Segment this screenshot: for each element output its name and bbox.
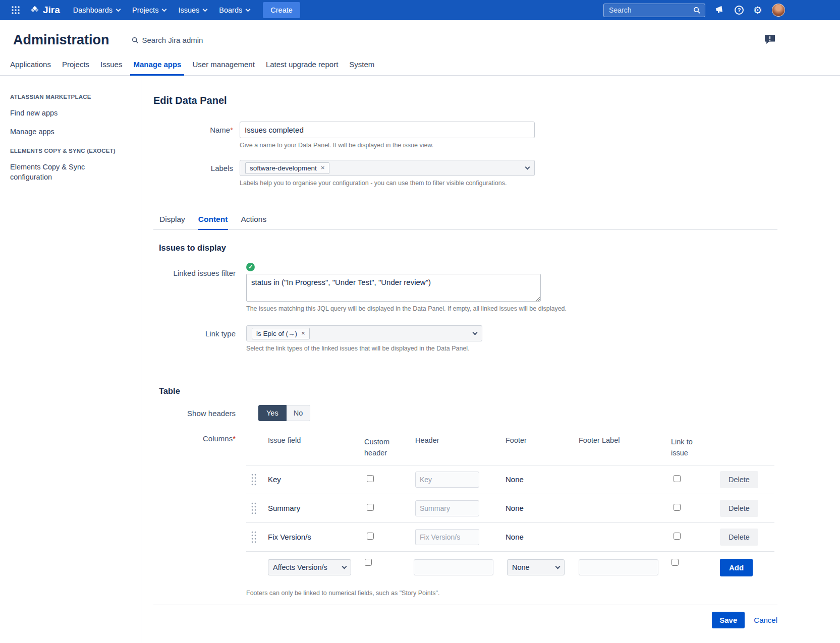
labels-helper-text: Labels help you to organise your configu… (240, 180, 535, 187)
tab-issues[interactable]: Issues (95, 60, 128, 75)
labels-row: Labels software-development × Labels hel… (153, 160, 777, 198)
tab-actions[interactable]: Actions (240, 215, 267, 229)
gear-icon[interactable]: ⚙ (753, 5, 762, 15)
tab-applications[interactable]: Applications (5, 60, 57, 75)
nav-projects[interactable]: Projects (126, 0, 172, 20)
nav-dashboards[interactable]: Dashboards (67, 0, 126, 20)
user-avatar[interactable] (772, 4, 785, 17)
issue-field-name: Fix Version/s (268, 533, 364, 541)
delete-row-button[interactable]: Delete (720, 500, 758, 517)
show-headers-yes-button[interactable]: Yes (258, 405, 287, 421)
link-to-issue-checkbox[interactable] (674, 504, 681, 511)
drag-handle-icon[interactable] (251, 502, 257, 515)
header-input[interactable] (415, 500, 479, 516)
save-button[interactable]: Save (712, 612, 745, 628)
main-content: Edit Data Panel Name* Give a name to you… (141, 76, 840, 643)
custom-header-checkbox[interactable] (365, 559, 372, 566)
feedback-icon[interactable] (764, 34, 775, 46)
link-type-label: Link type (153, 325, 236, 363)
table-row: Summary None Delete (246, 494, 774, 523)
table-row: Fix Version/s None Delete (246, 523, 774, 552)
create-button[interactable]: Create (263, 2, 300, 18)
delete-row-button[interactable]: Delete (720, 529, 758, 546)
custom-header-checkbox[interactable] (367, 504, 374, 511)
navbar-search-input[interactable] (608, 6, 693, 15)
label-tag-text: software-development (250, 164, 317, 172)
labels-select[interactable]: software-development × (240, 160, 535, 176)
jql-filter-textarea[interactable]: status in ("In Progress", "Under Test", … (246, 274, 541, 302)
chevron-down-icon (525, 164, 530, 169)
footer-select[interactable]: None (507, 559, 565, 575)
sidebar: ATLASSIAN MARKETPLACE Find new apps Mana… (0, 76, 141, 643)
search-jira-admin[interactable]: Search Jira admin (132, 36, 203, 44)
sidebar-item-find-new-apps[interactable]: Find new apps (10, 108, 129, 119)
tab-projects[interactable]: Projects (57, 60, 95, 75)
issue-field-select[interactable]: Affects Version/s (268, 559, 351, 575)
chevron-down-icon (555, 564, 561, 569)
link-to-issue-checkbox[interactable] (674, 475, 681, 482)
linked-issues-filter-row: Linked issues filter ✓ status in ("In Pr… (153, 262, 777, 325)
drag-handle-icon[interactable] (251, 473, 257, 486)
link-to-issue-checkbox[interactable] (674, 533, 681, 540)
columns-label: Columns* (153, 432, 236, 581)
filter-helper-text: The issues matching this JQL query will … (246, 305, 567, 312)
tab-user-management[interactable]: User management (187, 60, 260, 75)
issue-field-name: Key (268, 475, 364, 484)
name-input[interactable] (240, 122, 535, 138)
help-icon[interactable]: ? (735, 6, 744, 15)
link-type-row: Link type is Epic of (→) × Select the li… (153, 325, 777, 363)
sidebar-heading-exocet: ELEMENTS COPY & SYNC (EXOCET) (10, 148, 129, 154)
panel-title: Edit Data Panel (153, 95, 777, 106)
remove-tag-icon[interactable]: × (321, 164, 325, 171)
required-asterisk: * (230, 126, 233, 134)
nav-issues[interactable]: Issues (172, 0, 213, 20)
drag-handle-icon[interactable] (251, 531, 257, 544)
header-input[interactable] (415, 472, 479, 488)
add-column-button[interactable]: Add (720, 559, 753, 576)
issues-to-display-heading: Issues to display (153, 243, 777, 253)
jira-logo[interactable]: Jira (24, 5, 67, 16)
show-headers-no-button[interactable]: No (287, 405, 311, 421)
name-helper-text: Give a name to your Data Panel. It will … (240, 142, 535, 149)
label-tag: software-development × (245, 162, 329, 174)
sidebar-item-exocet-configuration[interactable]: Elements Copy & Sync configuration (10, 162, 129, 182)
table-row: Key None Delete (246, 465, 774, 494)
new-footer-label-input[interactable] (579, 559, 658, 575)
custom-header-checkbox[interactable] (367, 475, 374, 482)
name-label: Name* (153, 122, 233, 160)
link-type-tag: is Epic of (→) × (252, 328, 310, 339)
tab-display[interactable]: Display (159, 215, 186, 229)
linked-issues-filter-label: Linked issues filter (153, 262, 236, 325)
tab-system[interactable]: System (344, 60, 380, 75)
delete-row-button[interactable]: Delete (720, 471, 758, 488)
show-headers-label: Show headers (153, 405, 236, 432)
header-input[interactable] (415, 529, 479, 545)
columns-row: Columns* Issue field Custom header Heade… (153, 432, 777, 581)
required-asterisk: * (233, 434, 236, 443)
navbar-search[interactable] (603, 4, 705, 17)
tab-content[interactable]: Content (198, 215, 229, 229)
nav-boards[interactable]: Boards (213, 0, 256, 20)
chevron-down-icon (162, 7, 167, 12)
cancel-link[interactable]: Cancel (754, 616, 777, 624)
sidebar-heading-marketplace: ATLASSIAN MARKETPLACE (10, 94, 129, 100)
remove-tag-icon[interactable]: × (301, 330, 305, 337)
admin-header: Administration Search Jira admin (0, 20, 840, 48)
valid-check-icon: ✓ (246, 263, 255, 271)
top-navbar: Jira Dashboards Projects Issues Boards C… (0, 0, 840, 20)
tab-manage-apps[interactable]: Manage apps (128, 60, 187, 75)
link-type-select[interactable]: is Epic of (→) × (246, 325, 482, 341)
custom-header-checkbox[interactable] (367, 533, 374, 540)
app-switcher-icon[interactable] (7, 6, 24, 15)
link-to-issue-checkbox[interactable] (671, 559, 679, 566)
footer-value: None (506, 504, 579, 512)
tab-latest-upgrade-report[interactable]: Latest upgrade report (260, 60, 344, 75)
announcement-icon[interactable] (715, 5, 725, 16)
issue-field-select-value: Affects Version/s (273, 563, 327, 571)
footer-note-text: Footers can only be linked to numerical … (246, 590, 777, 597)
footer-select-value: None (512, 563, 530, 571)
new-header-input[interactable] (414, 559, 493, 575)
sidebar-item-manage-apps[interactable]: Manage apps (10, 127, 129, 137)
link-type-helper-text: Select the link types of the linked issu… (246, 345, 482, 352)
columns-table-header: Issue field Custom header Header Footer … (246, 432, 774, 465)
